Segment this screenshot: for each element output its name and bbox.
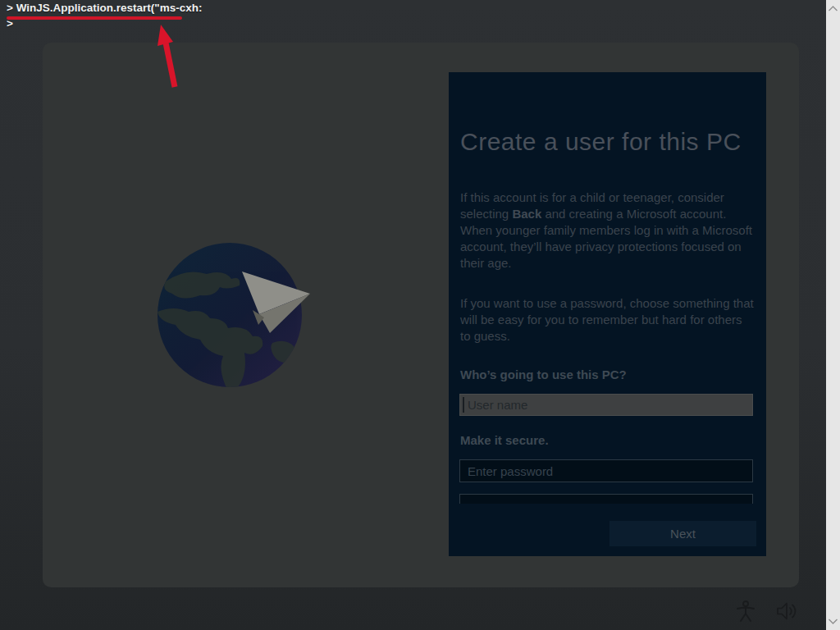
page-title: Create a user for this PC	[460, 128, 756, 156]
chevron-up-icon[interactable]	[826, 2, 840, 16]
password-advice-paragraph: If you want to use a password, choose so…	[460, 295, 756, 345]
back-keyword: Back	[512, 207, 541, 221]
console-command-line[interactable]: > WinJS.Application.restart("ms-cxh:	[7, 2, 202, 14]
dimmed-setup-page: Create a user for this PC If this accoun…	[43, 43, 799, 587]
console-prompt[interactable]: >	[7, 17, 13, 30]
accessibility-icon[interactable]	[736, 600, 756, 622]
confirm-password-clipped-region	[459, 494, 753, 504]
volume-icon[interactable]	[777, 602, 797, 620]
create-user-card: Create a user for this PC If this accoun…	[449, 72, 766, 556]
password-input[interactable]	[459, 459, 753, 482]
next-button[interactable]: Next	[609, 521, 756, 546]
username-label: Who’s going to use this PC?	[460, 368, 756, 381]
child-account-paragraph: If this account is for a child or teenag…	[460, 189, 756, 272]
secure-label: Make it secure.	[460, 433, 756, 447]
scrollbar[interactable]	[826, 0, 840, 630]
confirm-password-input[interactable]	[459, 494, 753, 504]
system-tray	[736, 600, 797, 622]
globe-paper-plane-illustration	[149, 236, 363, 400]
red-underline-annotation	[7, 16, 182, 20]
username-input[interactable]	[459, 394, 753, 416]
text-cursor	[463, 397, 464, 413]
chevron-down-icon[interactable]	[826, 614, 840, 628]
